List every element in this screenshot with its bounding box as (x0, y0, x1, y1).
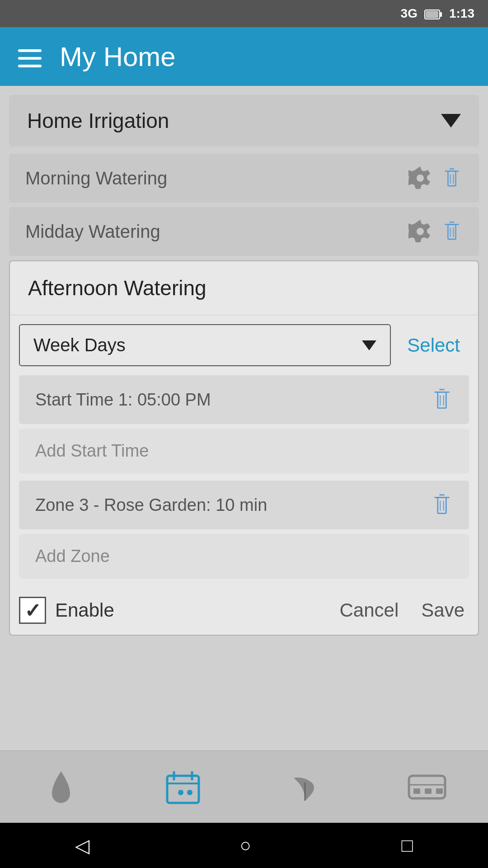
nav-item-water[interactable] (0, 764, 122, 810)
controller-icon (407, 771, 447, 803)
morning-watering-label: Morning Watering (25, 168, 167, 189)
svg-point-7 (417, 175, 424, 182)
enable-checkbox[interactable]: ✓ (19, 597, 46, 624)
week-days-label: Week Days (33, 335, 126, 355)
cancel-button[interactable]: Cancel (335, 595, 404, 626)
svg-rect-38 (413, 788, 420, 794)
irrigation-title: Home Irrigation (27, 108, 169, 133)
start-time-row: Start Time 1: 05:00 PM (19, 375, 469, 424)
checkmark-icon: ✓ (24, 599, 41, 622)
card-actions: ✓ Enable Cancel Save (10, 586, 478, 635)
week-days-dropdown[interactable]: Week Days (19, 324, 391, 366)
svg-point-34 (187, 790, 192, 795)
recents-button[interactable]: □ (401, 835, 413, 856)
svg-rect-4 (18, 57, 42, 60)
water-drop-icon (47, 769, 75, 805)
week-days-row: Week Days Select (10, 315, 478, 375)
svg-rect-14 (448, 225, 455, 240)
svg-rect-36 (409, 776, 445, 798)
zone-delete-icon[interactable] (431, 493, 453, 517)
nav-item-controller[interactable] (366, 767, 488, 807)
zone-label: Zone 3 - Rose Garden: 10 min (35, 495, 267, 515)
midday-delete-icon[interactable] (441, 221, 463, 242)
menu-button[interactable] (18, 43, 42, 70)
status-bar: 3G 1:13 (0, 0, 488, 27)
svg-rect-29 (167, 776, 199, 803)
start-time-label: Start Time 1: 05:00 PM (35, 390, 211, 410)
add-start-time-label: Add Start Time (35, 441, 149, 460)
svg-rect-19 (438, 392, 446, 408)
svg-rect-3 (18, 49, 42, 52)
midday-watering-label: Midday Watering (25, 222, 160, 242)
add-start-time-row[interactable]: Add Start Time (19, 429, 469, 473)
morning-settings-icon[interactable] (408, 166, 432, 190)
svg-rect-40 (436, 788, 443, 794)
afternoon-watering-title: Afternoon Watering (10, 261, 478, 315)
clock-display: 1:13 (449, 6, 474, 21)
android-nav-bar: ◁ ○ □ (0, 823, 488, 868)
app-bar: My Home (0, 27, 488, 86)
svg-point-33 (178, 790, 183, 795)
add-zone-label: Add Zone (35, 547, 110, 566)
nav-item-schedule[interactable] (122, 764, 244, 810)
home-button[interactable]: ○ (240, 835, 251, 856)
bottom-navigation (0, 750, 488, 823)
svg-rect-39 (425, 788, 432, 794)
save-button[interactable]: Save (417, 595, 469, 626)
svg-rect-2 (426, 11, 438, 18)
nav-item-plant[interactable] (244, 764, 366, 810)
page-title: My Home (60, 41, 176, 72)
enable-label: Enable (55, 599, 114, 621)
svg-rect-1 (440, 12, 442, 17)
svg-rect-8 (448, 171, 455, 186)
leaf-icon (289, 769, 321, 805)
start-time-delete-icon[interactable] (431, 388, 453, 411)
irrigation-expand-icon (441, 114, 461, 127)
signal-indicator: 3G (401, 6, 418, 21)
midday-watering-row: Midday Watering (9, 207, 479, 256)
week-days-arrow-icon (362, 340, 376, 350)
svg-point-13 (417, 228, 424, 235)
midday-settings-icon[interactable] (408, 220, 432, 243)
morning-delete-icon[interactable] (441, 167, 463, 189)
morning-watering-row: Morning Watering (9, 154, 479, 203)
battery-indicator (424, 6, 442, 21)
select-button[interactable]: Select (398, 330, 469, 361)
zone-row: Zone 3 - Rose Garden: 10 min (19, 481, 469, 529)
svg-rect-5 (18, 65, 42, 67)
back-button[interactable]: ◁ (75, 835, 89, 857)
add-zone-row[interactable]: Add Zone (19, 534, 469, 579)
svg-rect-24 (438, 497, 446, 513)
main-content: Home Irrigation Morning Watering (0, 86, 488, 750)
enable-group: ✓ Enable (19, 597, 114, 624)
afternoon-watering-card: Afternoon Watering Week Days Select Star… (9, 260, 479, 636)
schedule-icon (165, 769, 201, 805)
irrigation-header[interactable]: Home Irrigation (9, 95, 479, 146)
